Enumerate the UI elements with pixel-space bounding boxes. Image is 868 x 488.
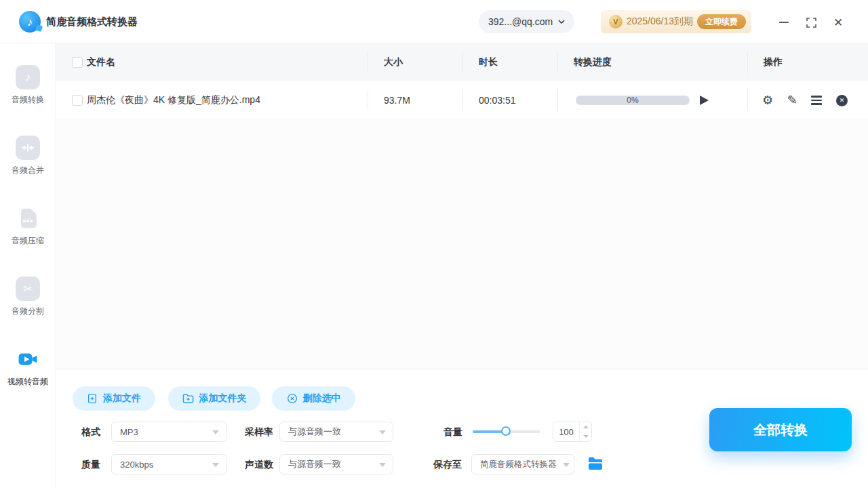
maximize-icon bbox=[806, 18, 816, 28]
compress-file-icon bbox=[16, 206, 40, 230]
music-note-icon: ♪ bbox=[16, 65, 40, 89]
quality-label: 质量 bbox=[81, 454, 100, 474]
renew-button[interactable]: 立即续费 bbox=[697, 14, 746, 29]
format-label: 格式 bbox=[81, 422, 100, 442]
app-title: 简鹿音频格式转换器 bbox=[46, 16, 138, 28]
vip-expiry-text: 2025/06/13到期 bbox=[623, 16, 697, 28]
minimize-button[interactable] bbox=[776, 15, 791, 30]
column-header-actions: 操作 bbox=[764, 43, 783, 81]
file-name: 周杰伦《夜曲》4K 修复版_简鹿办公.mp4 bbox=[87, 81, 260, 119]
volume-slider-handle[interactable] bbox=[501, 426, 511, 436]
sidebar-item-label: 音频转换 bbox=[0, 94, 56, 106]
dropdown-arrow-icon bbox=[212, 463, 219, 467]
delete-circle-icon bbox=[287, 393, 298, 404]
file-size: 93.7M bbox=[384, 81, 410, 119]
sample-rate-value: 与源音频一致 bbox=[288, 426, 341, 438]
table-header-row: 文件名 大小 时长 转换进度 操作 bbox=[56, 43, 868, 81]
add-folder-label: 添加文件夹 bbox=[199, 392, 247, 405]
spinner-up-icon[interactable] bbox=[580, 422, 591, 432]
sidebar-item-label: 音频分割 bbox=[0, 306, 56, 317]
settings-gear-icon[interactable]: ⚙ bbox=[762, 94, 773, 106]
quality-value: 320kbps bbox=[120, 460, 153, 470]
volume-spinner bbox=[579, 422, 591, 441]
column-header-progress: 转换进度 bbox=[574, 43, 612, 81]
maximize-button[interactable] bbox=[804, 15, 818, 30]
dropdown-arrow-icon bbox=[563, 463, 570, 467]
account-email: 392...@qq.com bbox=[488, 16, 553, 27]
delete-selected-button[interactable]: 删除选中 bbox=[272, 386, 355, 411]
video-camera-icon bbox=[16, 347, 40, 371]
sidebar-item-audio-split[interactable]: ✂ 音频分割 bbox=[0, 277, 56, 317]
account-menu[interactable]: 392...@qq.com bbox=[479, 10, 574, 33]
column-header-filename: 文件名 bbox=[87, 43, 115, 81]
format-select[interactable]: MP3 bbox=[111, 422, 226, 442]
dropdown-arrow-icon bbox=[379, 430, 386, 434]
save-to-value: 简鹿音频格式转换器 bbox=[480, 459, 557, 470]
column-header-duration: 时长 bbox=[479, 43, 498, 81]
progress-percent-label: 0% bbox=[576, 96, 690, 105]
file-duration: 00:03:51 bbox=[479, 81, 516, 119]
play-icon[interactable] bbox=[700, 96, 709, 105]
spinner-down-icon[interactable] bbox=[580, 432, 591, 442]
app-window: ♪ 简鹿音频格式转换器 392...@qq.com V 2025/06/13到期… bbox=[0, 0, 868, 488]
vip-status: V 2025/06/13到期 立即续费 bbox=[601, 10, 751, 33]
app-logo-icon: ♪ bbox=[19, 11, 41, 33]
format-value: MP3 bbox=[120, 427, 138, 437]
volume-number-field bbox=[553, 422, 592, 442]
volume-slider[interactable] bbox=[473, 430, 540, 433]
convert-all-button[interactable]: 全部转换 bbox=[709, 408, 852, 451]
sidebar-item-video-to-audio[interactable]: 视频转音频 bbox=[0, 347, 56, 388]
dropdown-arrow-icon bbox=[379, 463, 386, 467]
title-bar: ♪ 简鹿音频格式转换器 392...@qq.com V 2025/06/13到期… bbox=[0, 0, 868, 43]
scissors-icon: ✂ bbox=[16, 277, 40, 301]
menu-icon[interactable] bbox=[811, 96, 822, 105]
remove-icon[interactable]: ✕ bbox=[836, 95, 848, 106]
sidebar: ♪ 音频转换 音频合并 音频压缩 ✂ bbox=[0, 43, 56, 488]
open-folder-button[interactable] bbox=[587, 456, 604, 472]
volume-input[interactable] bbox=[553, 422, 579, 441]
sidebar-item-audio-compress[interactable]: 音频压缩 bbox=[0, 206, 56, 247]
file-list-panel: 文件名 大小 时长 转换进度 操作 周杰伦《夜曲》4K 修复版_简鹿办公.mp4… bbox=[56, 43, 868, 369]
close-button[interactable]: ✕ bbox=[831, 15, 846, 30]
add-file-icon bbox=[87, 393, 98, 404]
row-checkbox[interactable] bbox=[72, 95, 83, 106]
quality-select[interactable]: 320kbps bbox=[111, 454, 226, 474]
sample-rate-label: 采样率 bbox=[245, 422, 273, 442]
channels-select[interactable]: 与源音频一致 bbox=[279, 454, 393, 474]
vip-crown-icon: V bbox=[609, 15, 623, 28]
add-file-button[interactable]: 添加文件 bbox=[73, 386, 155, 411]
add-folder-icon bbox=[182, 393, 194, 404]
chevron-down-icon bbox=[558, 20, 565, 24]
merge-icon bbox=[16, 136, 40, 160]
sidebar-item-label: 音频压缩 bbox=[0, 235, 56, 247]
delete-selected-label: 删除选中 bbox=[303, 392, 341, 405]
channels-value: 与源音频一致 bbox=[288, 458, 341, 470]
sidebar-item-label: 音频合并 bbox=[0, 165, 56, 176]
row-actions: ⚙ ✎ ✕ bbox=[762, 81, 848, 119]
select-all-checkbox[interactable] bbox=[72, 57, 83, 68]
volume-label: 音量 bbox=[443, 422, 462, 442]
sidebar-item-audio-merge[interactable]: 音频合并 bbox=[0, 136, 56, 176]
edit-pencil-icon[interactable]: ✎ bbox=[787, 94, 797, 106]
sidebar-item-label: 视频转音频 bbox=[0, 376, 56, 388]
dropdown-arrow-icon bbox=[212, 430, 219, 434]
bottom-controls: 添加文件 添加文件夹 删除选中 格式 MP3 bbox=[56, 369, 868, 488]
channels-label: 声道数 bbox=[245, 454, 273, 474]
main-content: 文件名 大小 时长 转换进度 操作 周杰伦《夜曲》4K 修复版_简鹿办公.mp4… bbox=[56, 43, 868, 488]
sidebar-item-audio-convert[interactable]: ♪ 音频转换 bbox=[0, 65, 56, 106]
sample-rate-select[interactable]: 与源音频一致 bbox=[279, 422, 393, 442]
add-folder-button[interactable]: 添加文件夹 bbox=[168, 386, 260, 411]
column-header-size: 大小 bbox=[384, 43, 403, 81]
add-file-label: 添加文件 bbox=[103, 392, 141, 405]
save-to-select[interactable]: 简鹿音频格式转换器 bbox=[471, 454, 574, 474]
folder-icon bbox=[587, 456, 604, 471]
table-row: 周杰伦《夜曲》4K 修复版_简鹿办公.mp4 93.7M 00:03:51 0%… bbox=[56, 81, 868, 119]
save-to-label: 保存至 bbox=[433, 454, 462, 474]
